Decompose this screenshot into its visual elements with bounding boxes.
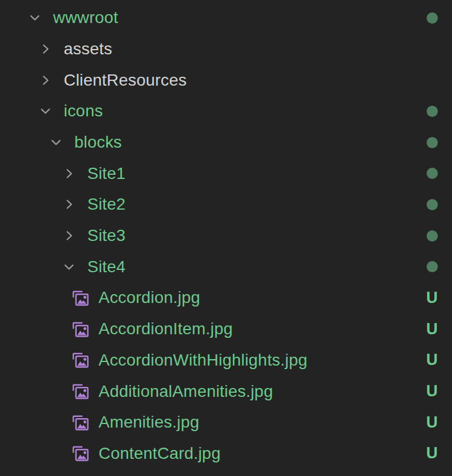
git-status-badge: U <box>425 314 438 345</box>
git-status-badge <box>425 34 438 65</box>
chevron-right-icon <box>38 41 53 57</box>
chevron-down-icon <box>38 103 53 119</box>
untracked-dot-badge <box>427 261 438 272</box>
twist-container[interactable] <box>26 9 44 27</box>
git-status-badge <box>425 252 438 283</box>
untracked-letter-badge: U <box>426 383 438 399</box>
image-file-icon <box>71 351 89 369</box>
tree-row-accordionwithhighlights-jpg[interactable]: AccordionWithHighlights.jpg U <box>0 345 452 376</box>
twist-container[interactable] <box>37 102 54 120</box>
tree-item-label: Site2 <box>87 195 126 214</box>
twist-container[interactable] <box>47 133 65 151</box>
tree-row-wwwroot[interactable]: wwwroot <box>0 2 452 34</box>
image-file-icon <box>71 289 89 307</box>
untracked-dot-badge <box>427 12 438 24</box>
tree-item-label: icons <box>64 102 103 120</box>
tree-item-label: ClientResources <box>64 71 186 90</box>
tree-item-label: Site1 <box>87 164 126 183</box>
twist-container[interactable] <box>60 195 78 213</box>
tree-row-clientresources[interactable]: ClientResources <box>0 64 452 96</box>
chevron-down-icon <box>48 135 64 150</box>
twist-container[interactable] <box>60 227 78 244</box>
twist-container[interactable] <box>37 40 54 58</box>
git-status-badge: U <box>425 407 438 438</box>
untracked-letter-badge: U <box>426 352 438 368</box>
tree-row-additionalamenities-jpg[interactable]: AdditionalAmenities.jpg U <box>0 376 452 407</box>
tree-item-label: ContentCard.jpg <box>99 444 221 463</box>
untracked-dot-badge <box>427 230 438 242</box>
tree-item-label: blocks <box>74 133 122 152</box>
git-status-badge: U <box>425 282 438 314</box>
tree-row-site3[interactable]: Site3 <box>0 220 452 252</box>
git-status-badge <box>425 158 438 189</box>
untracked-letter-badge: U <box>426 415 438 431</box>
image-file-icon <box>71 413 89 431</box>
tree-row-contentcard-jpg[interactable]: ContentCard.jpg U <box>0 438 452 470</box>
twist-container[interactable] <box>60 258 78 276</box>
tree-row-blocks[interactable]: blocks <box>0 127 452 158</box>
chevron-right-icon <box>61 197 77 212</box>
tree-item-label: Site3 <box>87 226 126 245</box>
git-status-badge: U <box>425 345 438 376</box>
git-status-badge <box>425 189 438 220</box>
untracked-dot-badge <box>427 137 438 148</box>
tree-row-accordion-jpg[interactable]: Accordion.jpg U <box>0 282 452 314</box>
untracked-letter-badge: U <box>426 290 438 306</box>
untracked-dot-badge <box>427 106 438 117</box>
git-status-badge: U <box>425 438 438 470</box>
chevron-right-icon <box>38 73 53 88</box>
git-status-badge <box>425 127 438 158</box>
tree-row-amenities-jpg[interactable]: Amenities.jpg U <box>0 407 452 438</box>
tree-item-label: Accordion.jpg <box>99 288 200 307</box>
tree-item-label: AdditionalAmenities.jpg <box>99 382 273 401</box>
chevron-down-icon <box>27 10 42 25</box>
git-status-badge: U <box>425 376 438 407</box>
tree-item-label: AccordionWithHighlights.jpg <box>99 351 307 370</box>
untracked-letter-badge: U <box>426 445 438 461</box>
tree-row-assets[interactable]: assets <box>0 34 452 65</box>
git-status-badge <box>425 64 438 96</box>
chevron-right-icon <box>61 228 77 243</box>
untracked-letter-badge: U <box>426 321 438 337</box>
tree-item-label: wwwroot <box>53 8 118 27</box>
git-status-badge <box>425 2 438 34</box>
git-status-badge <box>425 220 438 252</box>
twist-container[interactable] <box>60 165 78 182</box>
tree-item-label: Amenities.jpg <box>99 413 199 432</box>
tree-item-label: Site4 <box>87 257 126 276</box>
untracked-dot-badge <box>427 199 438 210</box>
tree-row-site4[interactable]: Site4 <box>0 252 452 283</box>
image-file-icon <box>71 320 89 338</box>
tree-item-label: AccordionItem.jpg <box>99 319 233 338</box>
chevron-down-icon <box>61 259 77 275</box>
tree-row-site2[interactable]: Site2 <box>0 189 452 220</box>
image-file-icon <box>71 383 89 400</box>
untracked-dot-badge <box>427 168 438 179</box>
chevron-right-icon <box>61 166 77 181</box>
file-explorer-tree: wwwroot assets <box>0 0 452 469</box>
tree-row-icons[interactable]: icons <box>0 96 452 127</box>
twist-container[interactable] <box>37 71 54 89</box>
image-file-icon <box>71 445 89 462</box>
tree-row-accordionitem-jpg[interactable]: AccordionItem.jpg U <box>0 314 452 345</box>
git-status-badge <box>425 96 438 127</box>
tree-row-site1[interactable]: Site1 <box>0 158 452 189</box>
tree-item-label: assets <box>64 40 112 58</box>
